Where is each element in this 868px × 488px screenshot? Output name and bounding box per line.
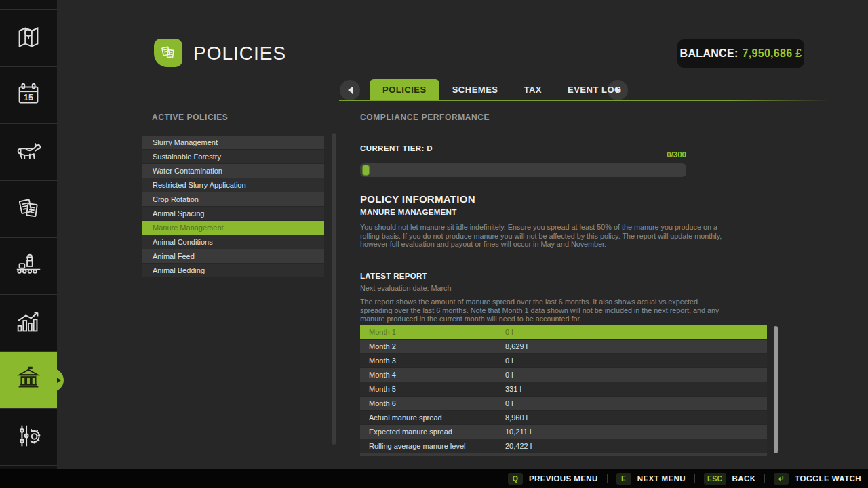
row-value: 0 l xyxy=(505,357,767,365)
row-value: 8,960 l xyxy=(505,413,767,422)
table-row[interactable]: Expected manure spread 10,211 l xyxy=(360,425,767,439)
table-row[interactable]: Actual manure spread 8,960 l xyxy=(360,411,767,424)
map-icon xyxy=(13,22,44,56)
arrow-left-icon xyxy=(348,87,353,94)
tab-bar: POLICIES SCHEMES TAX EVENT LOG xyxy=(370,79,635,100)
list-item[interactable]: Crop Rotation xyxy=(142,192,324,206)
footer-separator xyxy=(764,474,765,483)
report-description: The report shows the amount of manure sp… xyxy=(360,298,724,323)
compliance-progress-bar xyxy=(360,163,686,177)
active-notch-arrow-icon xyxy=(57,378,61,383)
table-row[interactable]: Month 5 331 l xyxy=(360,382,767,396)
list-item[interactable]: Animal Spacing xyxy=(142,207,324,220)
sidebar-item-production[interactable] xyxy=(0,238,57,295)
list-item-selected[interactable]: Manure Management xyxy=(142,221,324,235)
active-policies-header: ACTIVE POLICIES xyxy=(152,113,228,122)
toggle-watch-hint[interactable]: ↵ TOGGLE WATCH xyxy=(774,473,861,485)
row-label: Actual manure spread xyxy=(360,413,505,422)
active-policies-list: Slurry Management Sustainable Forestry W… xyxy=(142,136,324,278)
statistics-icon xyxy=(13,306,44,340)
row-label: Month 4 xyxy=(360,371,505,379)
row-value: 10,211 l xyxy=(505,428,767,436)
balance-badge: BALANCE: 7,950,686 £ xyxy=(677,39,804,68)
key-esc: ESC xyxy=(704,473,726,485)
list-item[interactable]: Animal Feed xyxy=(142,249,324,263)
table-row[interactable]: Month 3 0 l xyxy=(360,354,767,367)
tab-tax[interactable]: TAX xyxy=(511,79,555,100)
policy-information-header: POLICY INFORMATION xyxy=(360,193,475,205)
calendar-day: 15 xyxy=(24,92,33,102)
row-label: Month 3 xyxy=(360,357,505,365)
policies-page-icon xyxy=(154,39,182,67)
sidebar-item-calendar[interactable]: 15 xyxy=(0,67,57,124)
key-q: Q xyxy=(508,473,523,485)
footer-separator xyxy=(607,474,608,483)
tab-event-log[interactable]: EVENT LOG xyxy=(555,79,635,100)
tabs-prev-button[interactable] xyxy=(340,80,360,100)
list-item[interactable]: Sustainable Forestry xyxy=(142,150,324,163)
table-row[interactable]: Month 6 0 l xyxy=(360,396,767,410)
row-value: 0 l xyxy=(505,399,767,407)
list-item[interactable]: Restricted Slurry Application xyxy=(142,178,324,192)
list-item[interactable]: Animal Conditions xyxy=(142,235,324,249)
table-row[interactable]: Month 2 8,629 l xyxy=(360,340,767,353)
row-label: Month 5 xyxy=(360,385,505,393)
sidebar-spacer xyxy=(0,0,57,10)
next-evaluation-date: Next evaluation date: March xyxy=(360,284,451,292)
list-item[interactable]: Water Contamination xyxy=(142,164,324,178)
tab-schemes[interactable]: SCHEMES xyxy=(439,79,511,100)
sidebar: 15 xyxy=(0,0,57,469)
key-e: E xyxy=(616,473,631,485)
row-value: 8,629 l xyxy=(505,342,767,350)
row-value: 0 l xyxy=(505,328,767,336)
back-label: BACK xyxy=(732,474,756,483)
compliance-score: 0/300 xyxy=(360,150,686,159)
list-item[interactable]: Animal Bedding xyxy=(142,264,324,277)
production-icon xyxy=(13,249,44,283)
sidebar-item-contracts[interactable] xyxy=(0,181,57,238)
row-value: 0 l xyxy=(505,371,767,379)
table-row[interactable]: Rating 0 xyxy=(360,453,767,456)
bank-icon xyxy=(13,363,44,397)
settings-icon xyxy=(13,420,44,454)
back-hint[interactable]: ESC BACK xyxy=(704,473,755,485)
previous-menu-hint[interactable]: Q PREVIOUS MENU xyxy=(508,473,598,485)
compliance-header: COMPLIANCE PERFORMANCE xyxy=(360,113,490,122)
cow-icon xyxy=(13,136,44,169)
policy-name: MANURE MANAGEMENT xyxy=(360,208,456,216)
enter-key-icon: ↵ xyxy=(774,473,789,485)
row-label: Month 6 xyxy=(360,399,505,407)
calendar-icon: 15 xyxy=(13,79,44,113)
previous-menu-label: PREVIOUS MENU xyxy=(529,474,598,483)
list-item[interactable]: Slurry Management xyxy=(142,136,324,149)
sidebar-item-map[interactable] xyxy=(0,10,57,67)
balance-label: BALANCE: xyxy=(680,47,738,60)
row-label: Rolling average manure level xyxy=(360,442,505,450)
sidebar-item-animals[interactable] xyxy=(0,124,57,181)
row-label: Month 2 xyxy=(360,342,505,350)
page-title: POLICIES xyxy=(193,43,286,64)
row-label: Month 1 xyxy=(360,328,505,336)
table-row[interactable]: Rolling average manure level 20,422 l xyxy=(360,439,767,453)
compliance-progress-fill xyxy=(362,165,370,176)
toggle-watch-label: TOGGLE WATCH xyxy=(795,474,861,483)
sidebar-item-statistics[interactable] xyxy=(0,295,57,352)
footer-hint-bar: Q PREVIOUS MENU E NEXT MENU ESC BACK ↵ T… xyxy=(0,469,868,488)
report-table: Month 1 0 l Month 2 8,629 l Month 3 0 l … xyxy=(360,325,767,456)
latest-report-header: LATEST REPORT xyxy=(360,272,427,280)
next-menu-label: NEXT MENU xyxy=(637,474,686,483)
table-row[interactable]: Month 4 0 l xyxy=(360,368,767,382)
footer-separator xyxy=(694,474,695,483)
tab-underline xyxy=(339,100,830,101)
sidebar-item-policies[interactable] xyxy=(0,352,57,409)
next-menu-hint[interactable]: E NEXT MENU xyxy=(616,473,686,485)
content-scrollbar[interactable] xyxy=(332,133,336,445)
row-value: 331 l xyxy=(505,385,767,393)
table-scrollbar[interactable] xyxy=(774,326,778,453)
row-value: 20,422 l xyxy=(505,442,767,450)
sidebar-item-settings[interactable] xyxy=(0,409,57,466)
tab-policies[interactable]: POLICIES xyxy=(370,79,439,100)
table-row[interactable]: Month 1 0 l xyxy=(360,325,767,339)
balance-value: 7,950,686 £ xyxy=(743,47,802,60)
row-label: Expected manure spread xyxy=(360,428,505,436)
